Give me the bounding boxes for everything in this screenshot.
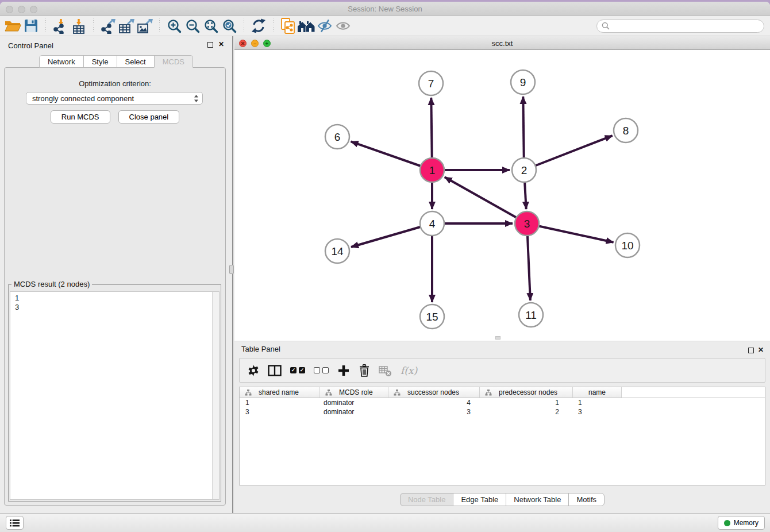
column-label: shared name <box>259 388 299 396</box>
node-11[interactable]: 11 <box>519 303 543 327</box>
show-all-button[interactable] <box>334 17 352 35</box>
column-header-shared-name[interactable]: shared name <box>240 387 320 398</box>
export-table-button[interactable] <box>117 17 136 35</box>
trash-icon <box>359 364 370 377</box>
edge-1-6[interactable] <box>351 141 432 170</box>
zoom-fit-icon <box>204 19 218 33</box>
zoom-selected-button[interactable] <box>220 17 238 35</box>
table-cell[interactable]: 1 <box>480 398 573 407</box>
mcds-buttons: Run MCDS Close panel <box>5 110 225 124</box>
delete-column-button[interactable] <box>359 362 370 379</box>
tab-node-table[interactable]: Node Table <box>400 493 454 506</box>
tab-network[interactable]: Network <box>39 55 84 68</box>
table-cell[interactable]: 3 <box>388 407 480 417</box>
export-network-button[interactable] <box>99 17 117 35</box>
float-table-panel-icon[interactable] <box>748 348 754 353</box>
zoom-fit-content-button[interactable] <box>202 17 220 35</box>
table-row[interactable]: 3dominator323 <box>240 407 765 417</box>
column-header-successor-nodes[interactable]: successor nodes <box>388 387 480 398</box>
table-row[interactable]: 1dominator411 <box>240 398 765 407</box>
node-7[interactable]: 7 <box>419 71 443 95</box>
import-table-button[interactable] <box>70 17 88 35</box>
node-label: 4 <box>429 218 436 230</box>
edge-3-1[interactable] <box>445 177 527 223</box>
node-9[interactable]: 9 <box>511 70 535 94</box>
delete-table-button[interactable] <box>379 362 392 379</box>
mcds-result-text[interactable]: 13 <box>10 291 220 500</box>
table-cell[interactable]: 1 <box>573 398 622 407</box>
search-field[interactable] <box>596 20 764 33</box>
float-panel-icon[interactable] <box>207 42 213 48</box>
zoom-in-button[interactable] <box>165 17 183 35</box>
tab-select[interactable]: Select <box>117 55 155 68</box>
node-2[interactable]: 2 <box>512 158 536 182</box>
node-15[interactable]: 15 <box>420 304 444 329</box>
deselect-all-rows-button[interactable] <box>314 362 329 379</box>
memory-status-icon <box>724 520 730 526</box>
table-cell[interactable]: dominator <box>320 398 388 407</box>
table-cell[interactable]: 3 <box>240 407 320 417</box>
zoom-selected-icon <box>222 19 237 33</box>
add-column-button[interactable] <box>337 362 350 379</box>
search-input[interactable] <box>613 21 759 30</box>
node-14[interactable]: 14 <box>325 239 349 263</box>
node-label: 3 <box>524 218 530 230</box>
result-scrollbar[interactable] <box>212 292 219 499</box>
node-label: 9 <box>520 76 526 88</box>
mcds-result-legend: MCDS result (2 nodes) <box>11 280 92 288</box>
open-session-button[interactable] <box>3 17 22 35</box>
table-cell[interactable]: 2 <box>480 407 573 417</box>
node-10[interactable]: 10 <box>615 233 640 257</box>
tab-motifs[interactable]: Motifs <box>568 493 605 506</box>
criterion-dropdown[interactable]: strongly connected component <box>26 92 203 105</box>
save-session-button[interactable] <box>22 17 40 35</box>
zoom-out-icon <box>186 19 200 33</box>
export-image-button[interactable] <box>136 17 154 35</box>
tab-network-table[interactable]: Network Table <box>506 493 569 506</box>
close-panel-button[interactable]: Close panel <box>118 110 180 124</box>
memory-button[interactable]: Memory <box>718 516 765 530</box>
import-network-button[interactable] <box>51 17 70 35</box>
column-header-name[interactable]: name <box>573 387 622 398</box>
column-header-predecessor-nodes[interactable]: predecessor nodes <box>480 387 573 398</box>
function-builder-button[interactable]: f(x) <box>401 362 417 379</box>
network-canvas[interactable]: 7968124314101511 <box>234 50 770 341</box>
header-filler <box>622 387 765 398</box>
run-mcds-button[interactable]: Run MCDS <box>51 110 110 124</box>
zoom-out-button[interactable] <box>183 17 202 35</box>
close-panel-icon[interactable]: ✕ <box>218 40 224 48</box>
network-window-titlebar: ✕ – + scc.txt <box>234 37 770 50</box>
node-8[interactable]: 8 <box>614 118 638 142</box>
edge-2-8[interactable] <box>524 136 613 170</box>
refresh-view-button[interactable] <box>249 17 268 35</box>
first-neighbors-button[interactable] <box>297 17 315 35</box>
column-header-MCDS-role[interactable]: MCDS role <box>320 387 388 398</box>
node-6[interactable]: 6 <box>325 125 349 149</box>
criterion-value: strongly connected component <box>32 94 194 103</box>
show-columns-button[interactable] <box>268 362 282 379</box>
network-graph: 7968124314101511 <box>234 50 770 341</box>
edge-3-10[interactable] <box>527 223 614 242</box>
node-1[interactable]: 1 <box>420 158 444 182</box>
table-cell[interactable]: 1 <box>240 398 320 407</box>
network-view-window: ✕ – + scc.txt 7968124314101511 <box>234 37 770 341</box>
select-all-rows-button[interactable]: ✓✓ <box>290 362 305 379</box>
tab-style[interactable]: Style <box>83 55 117 68</box>
clone-network-button[interactable] <box>279 17 297 35</box>
table-cell[interactable]: 3 <box>573 407 622 417</box>
table-settings-button[interactable] <box>248 362 259 379</box>
tab-edge-table[interactable]: Edge Table <box>453 493 506 506</box>
node-label: 1 <box>429 164 436 176</box>
table-tabbar: Node TableEdge TableNetwork TableMotifs <box>234 493 770 506</box>
task-history-button[interactable] <box>6 516 24 530</box>
table-cell[interactable]: dominator <box>320 407 388 417</box>
hide-selected-button[interactable] <box>315 17 334 35</box>
canvas-scroll-grip[interactable] <box>495 336 500 340</box>
panel-splitter-handle[interactable] <box>229 265 234 274</box>
node-4[interactable]: 4 <box>420 211 444 236</box>
table-cell[interactable]: 4 <box>388 398 480 407</box>
gear-icon <box>248 365 259 376</box>
tab-mcds[interactable]: MCDS <box>154 55 193 68</box>
node-3[interactable]: 3 <box>515 211 539 236</box>
close-table-panel-icon[interactable]: ✕ <box>758 346 764 354</box>
